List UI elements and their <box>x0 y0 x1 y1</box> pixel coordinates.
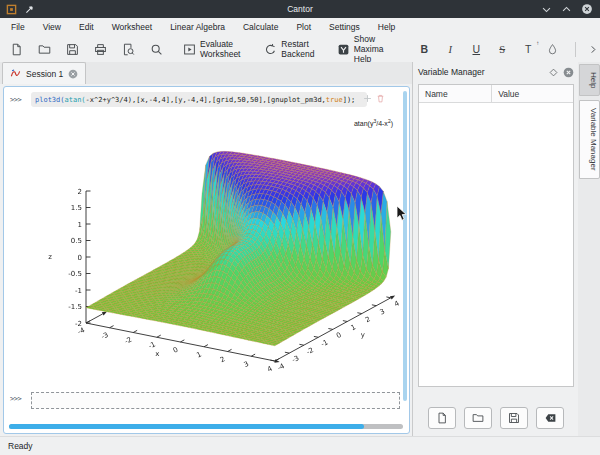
new-document-icon <box>436 412 448 424</box>
evaluate-icon <box>183 43 196 56</box>
worksheet: >>> plot3d(atan(-x^2+y^3/4),[x,-4,4],[y,… <box>3 86 410 434</box>
save-variables-button[interactable] <box>500 407 528 429</box>
worksheet-container: >>> plot3d(atan(-x^2+y^3/4),[x,-4,4],[y,… <box>0 84 412 437</box>
open-button[interactable] <box>35 40 54 59</box>
print-button[interactable] <box>91 40 110 59</box>
tab-close-icon[interactable] <box>68 69 78 79</box>
horizontal-scrollbar[interactable] <box>9 424 403 429</box>
print-preview-button[interactable] <box>119 40 138 59</box>
clear-variables-button[interactable] <box>536 407 564 429</box>
command-entry[interactable]: plot3d(atan(-x^2+y^3/4),[x,-4,4],[y,-4,4… <box>31 92 367 107</box>
menu-item-worksheet[interactable]: Worksheet <box>103 20 161 34</box>
superscript-button[interactable]: T↑ <box>521 43 535 55</box>
variable-manager-title: Variable Manager <box>418 67 549 77</box>
close-button[interactable] <box>581 3 593 15</box>
menu-item-file[interactable]: File <box>2 20 34 34</box>
new-worksheet-button[interactable] <box>7 40 26 59</box>
restart-backend-button[interactable]: Restart Backend <box>261 36 321 62</box>
side-tab-help[interactable]: Help <box>579 64 600 96</box>
menu-item-edit[interactable]: Edit <box>70 20 103 34</box>
session-tabbar: Session 1 <box>0 62 412 85</box>
floppy-icon <box>66 43 79 56</box>
command-end: ]); <box>343 96 356 104</box>
toolbar: Evaluate Worksheet Restart Backend Show … <box>0 36 600 63</box>
command-body: -x^2+y^3/4),[x,-4,4],[y,-4,4],[grid,50,5… <box>86 96 326 104</box>
float-panel-icon[interactable] <box>549 68 558 77</box>
vertical-scrollbar[interactable] <box>403 91 407 401</box>
strikethrough-button[interactable]: S <box>495 44 509 55</box>
print-preview-icon <box>122 43 135 56</box>
session-tab-label: Session 1 <box>26 69 63 79</box>
restart-icon <box>264 43 277 56</box>
titlebar: Cantor <box>0 0 600 18</box>
menu-item-view[interactable]: View <box>34 20 70 34</box>
clear-backspace-icon <box>544 412 557 424</box>
search-icon <box>150 43 163 56</box>
italic-button[interactable]: I <box>443 44 457 55</box>
app-icon <box>6 4 17 15</box>
evaluate-worksheet-button[interactable]: Evaluate Worksheet <box>180 36 249 62</box>
variables-table: Name Value <box>418 84 574 387</box>
column-header-value[interactable]: Value <box>492 85 573 102</box>
save-button[interactable] <box>63 40 82 59</box>
cantor-window: { "window": { "title": "Cantor" }, "menu… <box>0 0 600 455</box>
command-boolean: true <box>326 96 343 104</box>
variables-table-header: Name Value <box>419 85 573 103</box>
drag-entry-icon[interactable] <box>363 94 372 103</box>
toolbar-separator <box>575 42 576 57</box>
folder-icon <box>38 43 51 56</box>
command-function: atan( <box>65 96 86 104</box>
entry-actions <box>363 94 385 103</box>
new-variable-button[interactable] <box>428 407 456 429</box>
column-header-name[interactable]: Name <box>419 85 492 102</box>
side-tabstrip: Help Variable Manager <box>578 62 600 437</box>
remove-entry-icon[interactable] <box>376 94 385 103</box>
maxima-help-label: Show Maxima Help <box>354 34 399 64</box>
tab-session-1[interactable]: Session 1 <box>2 62 86 84</box>
paint-drop-icon <box>547 43 561 55</box>
new-document-icon <box>10 43 23 56</box>
command-prompt: >>> <box>10 96 21 104</box>
command-keyword: plot3d( <box>35 96 65 104</box>
restart-label: Restart Backend <box>281 39 318 59</box>
underline-button[interactable]: U <box>469 43 483 55</box>
evaluate-label: Evaluate Worksheet <box>200 39 246 59</box>
printer-icon <box>94 43 107 56</box>
status-text: Ready <box>8 441 33 451</box>
variable-manager-header: Variable Manager <box>413 62 579 82</box>
find-button[interactable] <box>147 40 166 59</box>
worksheet-area: Session 1 >>> plot3d(atan(-x^2+y^3/4),[x… <box>0 62 412 437</box>
side-tab-variable-manager[interactable]: Variable Manager <box>579 100 600 179</box>
plot3d-surface-canvas <box>28 112 408 377</box>
statusbar: Ready <box>0 436 600 455</box>
variable-manager-panel: Variable Manager Name Value <box>412 62 579 437</box>
pin-icon[interactable] <box>24 4 35 15</box>
mouse-cursor <box>396 205 408 222</box>
toolbar-overflow-button[interactable] <box>586 42 600 57</box>
folder-icon <box>472 412 484 424</box>
minimize-button[interactable] <box>541 4 552 15</box>
next-command-prompt: >>> <box>10 395 21 403</box>
close-panel-icon[interactable] <box>563 67 574 78</box>
session-icon <box>10 68 21 79</box>
highlight-color-button[interactable] <box>547 43 561 55</box>
floppy-icon <box>508 412 520 424</box>
maximize-button[interactable] <box>561 4 572 15</box>
bold-button[interactable]: B <box>417 43 431 55</box>
horizontal-scrollbar-thumb[interactable] <box>9 424 364 429</box>
superscript-arrow-icon: ↑ <box>536 40 539 46</box>
variable-manager-buttons <box>418 407 574 429</box>
empty-command-entry[interactable] <box>31 392 400 409</box>
load-variables-button[interactable] <box>464 407 492 429</box>
maxima-help-icon <box>337 43 350 56</box>
window-title: Cantor <box>0 4 600 14</box>
